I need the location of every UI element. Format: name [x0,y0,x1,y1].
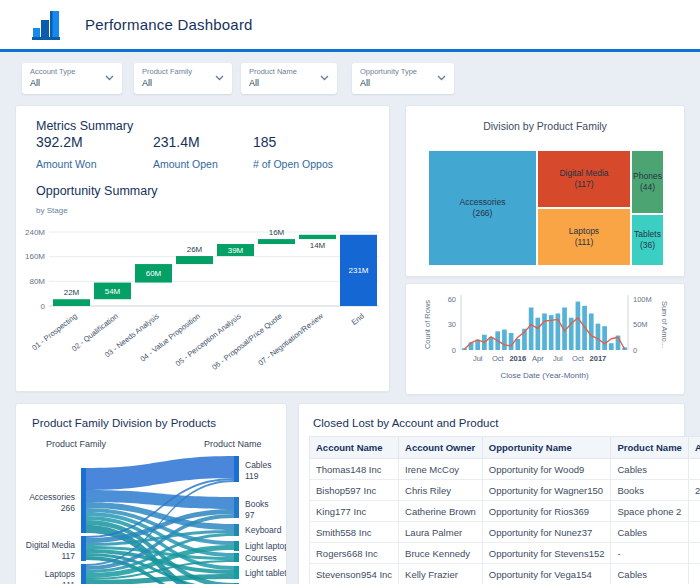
metric-label: Amount Won [36,158,97,170]
table-row[interactable]: Stevenson954 IncKelly FrazierOpportunity… [310,564,700,584]
table-cell: Opportunity for Wood9 [482,459,611,480]
filter-value: All [142,78,224,89]
svg-text:Apr: Apr [532,354,544,363]
timeline-bar[interactable] [602,326,607,350]
timeline-bar[interactable] [509,333,514,350]
sankey-title: Product Family Division by Products [32,417,216,429]
sankey-node-laptops[interactable] [81,564,86,584]
timeline-bar[interactable] [535,318,540,350]
filter-label: Product Name [249,67,329,76]
column-header-opportunity-name[interactable]: Opportunity Name [482,437,611,459]
treemap-chart: Accessories(266)Digital Media(117)Phones… [428,150,664,266]
table-cell: Books [611,480,688,501]
column-header-account-owner[interactable]: Account Owner [399,437,483,459]
svg-text:Oct: Oct [492,354,505,363]
filter-product-name[interactable]: Product NameAll [241,63,337,94]
svg-text:22M: 22M [64,288,80,297]
metric-of-open-oppos: 185# of Open Oppos [253,134,333,170]
metric-amount-won: 392.2MAmount Won [36,134,97,170]
svg-text:Light tablet 2: Light tablet 2 [245,568,286,578]
svg-text:Jul: Jul [553,354,563,363]
svg-text:2016: 2016 [509,354,526,363]
svg-text:Books: Books [245,499,269,509]
svg-text:Light laptop: Light laptop [245,541,286,551]
waterfall-chart: 080M160M240M22M01 - Prospecting54M02 - Q… [24,218,386,390]
sankey-left-header: Product Family [46,439,106,449]
chevron-down-icon [320,75,329,81]
filter-value: All [249,78,329,89]
treemap-block-digital-media[interactable]: Digital Media(117) [537,150,631,208]
filter-product-family[interactable]: Product FamilyAll [134,63,232,94]
timeline-bar[interactable] [609,343,614,350]
treemap-block-phones[interactable]: Phones(44) [631,150,664,214]
table-row[interactable]: Thomas148 IncIrene McCoyOpportunity for … [310,459,700,480]
opportunity-summary-subtitle: by Stage [36,206,68,215]
svg-text:Oct: Oct [572,354,585,363]
treemap-block-tablets[interactable]: Tablets(36) [631,214,664,266]
column-header-account-name[interactable]: Account Name [310,437,399,459]
svg-text:0: 0 [41,302,46,311]
filter-value: All [360,78,446,89]
sankey-node-light-tablet-2[interactable] [234,566,239,579]
waterfall-bar-07-negotiation-review[interactable] [299,235,336,239]
svg-text:Sum of Amo...: Sum of Amo... [660,301,669,348]
timeline-bar[interactable] [489,337,494,350]
filter-opportunity-type[interactable]: Opportunity TypeAll [352,63,454,94]
column-header-amount[interactable]: Amount [688,437,700,459]
sankey-node-light-laptop[interactable] [234,541,239,551]
table-cell: Cables [611,522,688,543]
waterfall-bar-04-value-proposition[interactable] [176,256,213,264]
metrics-summary-card: Metrics Summary 392.2MAmount Won231.4MAm… [15,105,390,392]
svg-text:266: 266 [61,503,75,513]
filter-account-type[interactable]: Account TypeAll [22,63,122,94]
table-cell: 2,660,660 [688,480,700,501]
table-cell: Opportunity for Vega154 [482,564,611,584]
column-header-product-name[interactable]: Product Name [611,437,688,459]
table-row[interactable]: Bishop597 IncChris RileyOpportunity for … [310,480,700,501]
timeline-bar[interactable] [589,313,594,350]
svg-text:0: 0 [633,346,637,355]
timeline-bar[interactable] [596,324,601,350]
table-cell: Space phone 2 [611,501,688,522]
table-cell: Opportunity for Rios369 [482,501,611,522]
timeline-bar[interactable] [475,340,480,350]
sankey-node-accessories[interactable] [81,468,86,533]
table-cell: 809,810 [688,522,700,543]
treemap-block-laptops[interactable]: Laptops(111) [537,208,631,266]
timeline-bar[interactable] [576,302,581,350]
table-row[interactable]: King177 IncCatherine BrownOpportunity fo… [310,501,700,522]
table-row[interactable]: Rogers668 IncBruce KennedyOpportunity fo… [310,543,700,564]
svg-text:60: 60 [448,295,456,304]
table-cell: Chris Riley [399,480,483,501]
table-row[interactable]: Smith558 IncLaura PalmerOpportunity for … [310,522,700,543]
sankey-chart: Accessories266Digital Media117Laptops111… [16,452,286,584]
closed-lost-card: Closed Lost by Account and Product Accou… [298,403,685,584]
svg-text:30: 30 [448,320,456,329]
svg-text:0: 0 [452,346,456,355]
timeline-bar[interactable] [515,339,520,350]
svg-text:111: 111 [62,580,75,584]
metric-amount-open: 231.4MAmount Open [153,134,218,170]
metric-value: 185 [253,134,333,150]
svg-text:Courses: Courses [245,553,277,563]
timeline-bar[interactable] [502,330,507,350]
svg-text:Laptops: Laptops [45,569,75,579]
treemap-block-accessories[interactable]: Accessories(266) [428,150,537,266]
sankey-node-books[interactable] [234,497,239,518]
waterfall-bar-01-prospecting[interactable] [53,299,90,306]
metric-label: # of Open Oppos [253,158,333,170]
svg-text:Count of Rows: Count of Rows [423,300,432,349]
waterfall-bar-06-proposal-price-quote[interactable] [258,239,295,244]
analytics-logo-icon [28,7,64,43]
timeline-bar[interactable] [529,308,534,351]
opportunity-summary-title: Opportunity Summary [36,184,158,198]
sankey-node-keyboard[interactable] [234,524,239,536]
treemap-title: Division by Product Family [406,120,684,132]
sankey-node-cables[interactable] [234,456,239,482]
filter-value: All [30,78,114,89]
timeline-bar[interactable] [542,313,547,350]
sankey-node-digital-media[interactable] [81,536,86,561]
svg-text:39M: 39M [228,246,244,255]
sankey-node-courses[interactable] [234,553,239,562]
table-cell: Thomas148 Inc [310,459,399,480]
